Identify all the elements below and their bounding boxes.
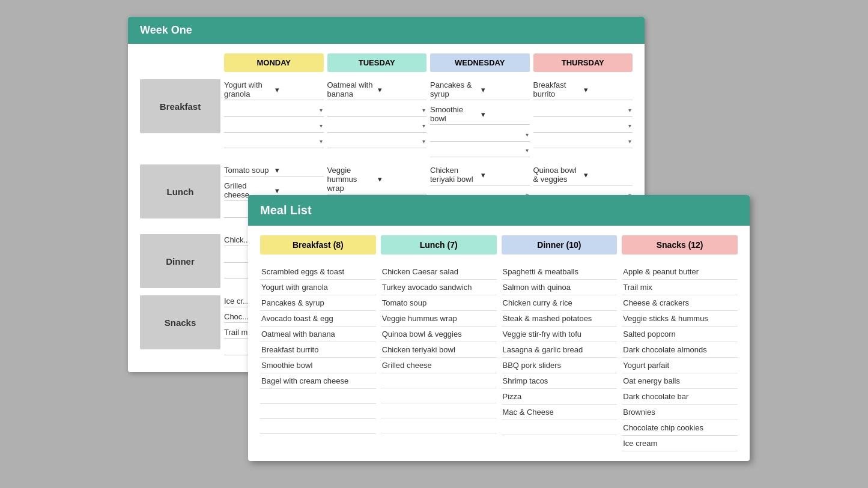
meal-list-dinner-item-2: Salmon with quinoa xyxy=(502,280,618,295)
meal-list-header: Meal List xyxy=(248,195,750,226)
meal-list-breakfast-item-3: Pancakes & syrup xyxy=(260,295,376,311)
meal-list-breakfast-item-2: Yogurt with granola xyxy=(260,280,376,295)
tuesday-breakfast-item-2[interactable]: ▾ xyxy=(327,104,427,117)
meal-list-snacks-item-12: Ice cream xyxy=(622,436,738,451)
meal-list-snacks-item-4: Veggie sticks & hummus xyxy=(622,311,738,327)
meal-list-lunch-item-2: Turkey avocado sandwich xyxy=(381,280,497,295)
wednesday-breakfast-item-4[interactable]: ▾ xyxy=(430,144,530,157)
thursday-breakfast-item-4[interactable]: ▾ xyxy=(533,135,633,148)
meal-list-categories-row: Breakfast (8) Lunch (7) Dinner (10) Snac… xyxy=(260,235,738,255)
thursday-breakfast-item-2[interactable]: ▾ xyxy=(533,104,633,117)
tuesday-breakfast-item-1[interactable]: Oatmeal with banana ▾ xyxy=(327,79,427,100)
dropdown-arrow: ▾ xyxy=(584,85,633,94)
meal-list-dinner-item-3: Chicken curry & rice xyxy=(502,295,618,311)
tuesday-breakfast-col: Oatmeal with banana ▾ ▾ ▾ ▾ xyxy=(327,79,427,157)
meal-list-breakfast-item-8: Bagel with cream cheese xyxy=(260,373,376,389)
thursday-breakfast-item-3[interactable]: ▾ xyxy=(533,119,633,133)
cat-breakfast-header: Breakfast (8) xyxy=(260,235,376,255)
meal-list-dinner-item-10: Mac & Cheese xyxy=(502,405,618,420)
meal-list-snacks-item-7: Yogurt parfait xyxy=(622,358,738,373)
meal-list-dinner-empty-11 xyxy=(502,420,618,435)
day-monday-header: MONDAY xyxy=(224,53,324,72)
meal-list-body: Breakfast (8) Lunch (7) Dinner (10) Snac… xyxy=(248,226,750,461)
meal-list-snacks-item-11: Chocolate chip cookies xyxy=(622,420,738,436)
meal-list-lunch-empty-10 xyxy=(381,403,497,418)
meal-list-breakfast-item-1: Scrambled eggs & toast xyxy=(260,264,376,280)
meal-list-dinner-item-8: Shrimp tacos xyxy=(502,373,618,389)
meal-list-breakfast-empty-11 xyxy=(260,419,376,434)
day-tuesday-header: TUESDAY xyxy=(327,53,427,72)
monday-breakfast-item-3[interactable]: ▾ xyxy=(224,119,324,133)
day-wednesday-header: WEDNESDAY xyxy=(430,53,530,72)
meal-list-lunch-item-3: Tomato soup xyxy=(381,295,497,311)
monday-breakfast-col: Yogurt with granola ▾ ▾ ▾ ▾ xyxy=(224,79,324,157)
meal-list-breakfast-item-6: Breakfast burrito xyxy=(260,342,376,358)
meal-list-breakfast-item-4: Avocado toast & egg xyxy=(260,311,376,327)
meal-list-dinner-item-9: Pizza xyxy=(502,389,618,405)
monday-breakfast-item-1[interactable]: Yogurt with granola ▾ xyxy=(224,79,324,100)
monday-lunch-item-1[interactable]: Tomato soup ▾ xyxy=(224,164,324,176)
tuesday-lunch-item-1[interactable]: Veggie hummus wrap ▾ xyxy=(327,164,427,194)
meal-list-lunch-empty-9 xyxy=(381,388,497,403)
meal-list-breakfast-col: Scrambled eggs & toastYogurt with granol… xyxy=(260,264,376,451)
day-headers-row: MONDAY TUESDAY WEDNESDAY THURSDAY xyxy=(224,53,633,72)
wednesday-breakfast-item-3[interactable]: ▾ xyxy=(430,128,530,142)
meal-list-lunch-item-6: Chicken teriyaki bowl xyxy=(381,342,497,358)
meal-list-breakfast-empty-9 xyxy=(260,389,376,404)
meal-list-lunch-item-7: Grilled cheese xyxy=(381,358,497,373)
meal-list-lunch-item-1: Chicken Caesar salad xyxy=(381,264,497,280)
meal-list-breakfast-item-5: Oatmeal with banana xyxy=(260,327,376,342)
meal-list-card: Meal List Breakfast (8) Lunch (7) Dinner… xyxy=(248,195,750,461)
meal-list-snacks-item-5: Salted popcorn xyxy=(622,327,738,342)
meal-list-lunch-item-5: Quinoa bowl & veggies xyxy=(381,327,497,342)
meal-list-dinner-col: Spaghetti & meatballsSalmon with quinoaC… xyxy=(502,264,618,451)
dropdown-arrow: ▾ xyxy=(275,85,324,94)
wednesday-breakfast-item-2[interactable]: Smoothie bowl ▾ xyxy=(430,104,530,125)
cat-snacks-header: Snacks (12) xyxy=(622,235,738,255)
meal-list-lunch-empty-8 xyxy=(381,373,497,388)
meal-list-dinner-item-5: Veggie stir-fry with tofu xyxy=(502,327,618,342)
dropdown-arrow: ▾ xyxy=(481,85,530,94)
week-one-title: Week One xyxy=(140,24,192,36)
thursday-breakfast-col: Breakfast burrito ▾ ▾ ▾ ▾ xyxy=(533,79,633,157)
meal-list-snacks-item-9: Dark chocolate bar xyxy=(622,389,738,405)
lunch-label: Lunch xyxy=(140,164,220,218)
cat-lunch-header: Lunch (7) xyxy=(381,235,497,255)
dropdown-arrow: ▾ xyxy=(481,110,530,119)
wednesday-lunch-item-1[interactable]: Chicken teriyaki bowl ▾ xyxy=(430,164,530,185)
meal-list-snacks-item-10: Brownies xyxy=(622,405,738,420)
snacks-label: Snacks xyxy=(140,295,220,349)
meal-list-lunch-col: Chicken Caesar saladTurkey avocado sandw… xyxy=(381,264,497,451)
week-one-header: Week One xyxy=(128,17,645,44)
meal-list-lunch-empty-11 xyxy=(381,418,497,433)
day-thursday-header: THURSDAY xyxy=(533,53,633,72)
meal-list-lunch-item-4: Veggie hummus wrap xyxy=(381,311,497,327)
meal-list-dinner-item-7: BBQ pork sliders xyxy=(502,358,618,373)
breakfast-section: Breakfast Yogurt with granola ▾ ▾ ▾ ▾ Oa… xyxy=(140,79,633,157)
meal-list-dinner-item-4: Steak & mashed potatoes xyxy=(502,311,618,327)
tuesday-breakfast-item-3[interactable]: ▾ xyxy=(327,119,427,133)
cat-dinner-header: Dinner (10) xyxy=(502,235,618,255)
meal-list-snacks-item-8: Oat energy balls xyxy=(622,373,738,389)
meal-list-snacks-item-1: Apple & peanut butter xyxy=(622,264,738,280)
meal-list-breakfast-empty-10 xyxy=(260,404,376,419)
meal-list-snacks-item-6: Dark chocolate almonds xyxy=(622,342,738,358)
meal-list-title: Meal List xyxy=(260,203,312,217)
monday-breakfast-item-4[interactable]: ▾ xyxy=(224,135,324,148)
tuesday-breakfast-item-4[interactable]: ▾ xyxy=(327,135,427,148)
monday-breakfast-item-2[interactable]: ▾ xyxy=(224,104,324,117)
wednesday-breakfast-col: Pancakes & syrup ▾ Smoothie bowl ▾ ▾ ▾ xyxy=(430,79,530,157)
dropdown-arrow: ▾ xyxy=(378,85,426,94)
thursday-breakfast-item-1[interactable]: Breakfast burrito ▾ xyxy=(533,79,633,100)
breakfast-cells: Yogurt with granola ▾ ▾ ▾ ▾ Oatmeal with… xyxy=(224,79,633,157)
meal-list-dinner-item-6: Lasagna & garlic bread xyxy=(502,342,618,358)
meal-list-snacks-item-2: Trail mix xyxy=(622,280,738,295)
meal-list-breakfast-item-7: Smoothie bowl xyxy=(260,358,376,373)
meal-list-dinner-item-1: Spaghetti & meatballs xyxy=(502,264,618,280)
meal-list-columns: Scrambled eggs & toastYogurt with granol… xyxy=(260,264,738,451)
thursday-lunch-item-1[interactable]: Quinoa bowl & veggies ▾ xyxy=(533,164,633,185)
wednesday-breakfast-item-1[interactable]: Pancakes & syrup ▾ xyxy=(430,79,530,100)
meal-list-snacks-col: Apple & peanut butterTrail mixCheese & c… xyxy=(622,264,738,451)
dinner-label: Dinner xyxy=(140,234,220,288)
meal-list-snacks-item-3: Cheese & crackers xyxy=(622,295,738,311)
